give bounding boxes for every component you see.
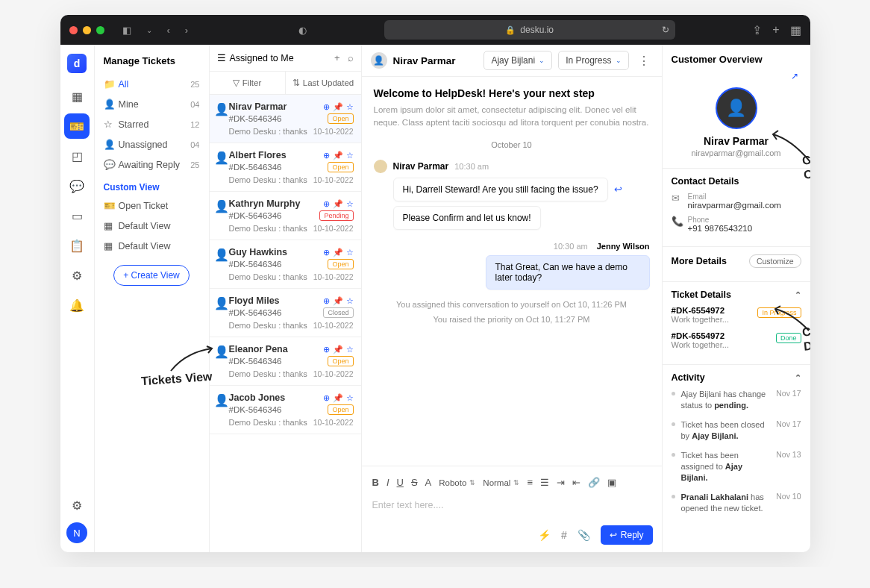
- image-icon[interactable]: ▣: [607, 477, 616, 488]
- status-dropdown[interactable]: In Progress⌄: [558, 51, 628, 70]
- assignee-dropdown[interactable]: Ajay Bijlani⌄: [483, 51, 552, 70]
- reload-icon[interactable]: ↻: [662, 25, 669, 35]
- rail-clipboard-icon[interactable]: 📋: [64, 233, 90, 258]
- ticket-card[interactable]: 👤 Jacob Jones⊕📌☆ #DK-5646346Open Demo De…: [210, 386, 361, 434]
- ticket-card[interactable]: 👤 Kathryn Murphy⊕📌☆ #DK-5646346Pending D…: [210, 192, 361, 240]
- window-controls[interactable]: [69, 26, 104, 34]
- sidebar-toggle-icon[interactable]: ◧: [122, 25, 131, 36]
- rail-dashboard-icon[interactable]: ▦: [64, 84, 90, 109]
- ticket-card[interactable]: 👤 Floyd Miles⊕📌☆ #DK-5646346Closed Demo …: [210, 289, 361, 337]
- maximize-window-icon[interactable]: [96, 26, 104, 34]
- indent-icon[interactable]: ⇥: [557, 477, 565, 488]
- assign-icon[interactable]: ⊕: [323, 393, 330, 403]
- forward-icon[interactable]: ›: [185, 25, 188, 36]
- assign-icon[interactable]: ⊕: [323, 151, 330, 160]
- reply-icon[interactable]: ↩: [614, 184, 622, 195]
- star-icon[interactable]: ☆: [346, 345, 354, 354]
- star-icon[interactable]: ☆: [346, 248, 354, 257]
- rail-chat-icon[interactable]: 💬: [64, 173, 90, 198]
- assign-icon[interactable]: ⊕: [323, 102, 330, 112]
- chevron-up-icon[interactable]: ⌃: [795, 373, 801, 383]
- manage-item[interactable]: ☆Starred12: [95, 114, 209, 134]
- share-icon[interactable]: ⇪: [752, 23, 762, 37]
- activity-row: Ticket has been closed by Ajay Bijlani.N…: [672, 419, 801, 442]
- close-window-icon[interactable]: [69, 26, 78, 34]
- chevron-down-icon[interactable]: ⌄: [146, 26, 152, 34]
- ordered-list-icon[interactable]: ≡: [527, 477, 533, 488]
- assign-icon[interactable]: ⊕: [323, 296, 330, 306]
- unordered-list-icon[interactable]: ☰: [540, 477, 549, 488]
- custom-view-item[interactable]: 🎫Open Ticket: [95, 196, 209, 216]
- tabs-grid-icon[interactable]: ▦: [790, 23, 801, 37]
- ticket-card[interactable]: 👤 Albert Flores⊕📌☆ #DK-5646346Open Demo …: [210, 143, 361, 192]
- star-icon[interactable]: ☆: [346, 151, 354, 160]
- rail-contacts-icon[interactable]: ◰: [64, 143, 90, 169]
- manage-item[interactable]: 📁All25: [95, 74, 209, 94]
- pin-icon[interactable]: 📌: [333, 296, 343, 306]
- manage-item[interactable]: 👤Unassigned04: [95, 134, 209, 154]
- ticket-card[interactable]: 👤 Nirav Parmar⊕📌☆ #DK-5646346Open Demo D…: [210, 95, 361, 143]
- new-tab-icon[interactable]: +: [772, 23, 779, 37]
- pin-icon[interactable]: 📌: [333, 248, 343, 257]
- star-icon[interactable]: ☆: [346, 393, 354, 403]
- message-bubble: That Great, Can we have a demo later tod…: [486, 255, 650, 290]
- custom-view-item[interactable]: ▦Default View: [95, 236, 209, 256]
- star-icon[interactable]: ☆: [346, 199, 354, 209]
- outdent-icon[interactable]: ⇤: [572, 477, 580, 488]
- ticket-avatar-icon: 👤: [214, 248, 225, 262]
- minimize-window-icon[interactable]: [83, 26, 91, 34]
- ticket-card[interactable]: 👤 Eleanor Pena⊕📌☆ #DK-5646346Open Demo D…: [210, 337, 361, 386]
- style-dropdown[interactable]: Normal⇅: [483, 478, 519, 487]
- search-icon[interactable]: ⌕: [348, 52, 354, 63]
- manage-item[interactable]: 💬Awaiting Reply25: [95, 154, 209, 175]
- rail-gear-icon[interactable]: ⚙: [64, 492, 90, 518]
- filter-button[interactable]: ▽Filter: [210, 72, 286, 94]
- assign-icon[interactable]: ⊕: [323, 199, 330, 209]
- customize-button[interactable]: Customize: [749, 254, 801, 268]
- font-dropdown[interactable]: Roboto⇅: [439, 478, 475, 487]
- chevron-up-icon[interactable]: ⌃: [795, 290, 801, 300]
- attachment-icon[interactable]: 📎: [578, 529, 590, 541]
- custom-view-item[interactable]: ▦Default View: [95, 216, 209, 236]
- text-color-icon[interactable]: A: [425, 477, 432, 488]
- url-bar[interactable]: 🔒 desku.io ↻: [384, 20, 675, 40]
- create-view-button[interactable]: + Create View: [113, 265, 190, 286]
- pin-icon[interactable]: 📌: [333, 393, 343, 403]
- star-icon[interactable]: ☆: [346, 296, 354, 306]
- related-ticket-row[interactable]: Done#DK-6554972Work together...: [672, 331, 801, 349]
- strike-icon[interactable]: S: [411, 477, 418, 488]
- add-ticket-icon[interactable]: +: [334, 52, 340, 63]
- link-icon[interactable]: 🔗: [588, 477, 600, 488]
- rail-notify-icon[interactable]: 🔔: [64, 293, 90, 318]
- open-external-icon[interactable]: ↗: [791, 71, 801, 81]
- rail-settings-icon[interactable]: ⚙: [64, 263, 90, 288]
- pin-icon[interactable]: 📌: [333, 345, 343, 354]
- back-icon[interactable]: ‹: [167, 25, 170, 36]
- ai-assist-icon[interactable]: ⚡: [538, 529, 551, 541]
- phone-icon: 📞: [672, 216, 682, 233]
- rail-tickets-icon[interactable]: 🎫: [64, 113, 90, 139]
- pin-icon[interactable]: 📌: [333, 151, 343, 160]
- pin-icon[interactable]: 📌: [333, 102, 343, 112]
- star-icon[interactable]: ☆: [346, 102, 354, 112]
- ticket-avatar-icon: 👤: [214, 151, 225, 165]
- assign-icon[interactable]: ⊕: [323, 248, 330, 257]
- reply-textarea[interactable]: Enter text here....: [371, 492, 653, 525]
- manage-item[interactable]: 👤Mine04: [95, 94, 209, 114]
- rail-tasks-icon[interactable]: ▭: [64, 203, 90, 228]
- pin-icon[interactable]: 📌: [333, 199, 343, 209]
- underline-icon[interactable]: U: [397, 477, 404, 488]
- app-logo[interactable]: d: [67, 54, 87, 73]
- reply-button[interactable]: ↩Reply: [601, 525, 653, 545]
- related-ticket-row[interactable]: In Progress#DK-6554972Work together...: [672, 306, 801, 324]
- canned-response-icon[interactable]: #: [561, 529, 567, 541]
- user-avatar-icon[interactable]: N: [66, 522, 87, 543]
- bold-icon[interactable]: B: [372, 477, 379, 488]
- sort-button[interactable]: ⇅Last Updated: [286, 72, 361, 94]
- italic-icon[interactable]: I: [387, 477, 389, 488]
- more-menu-icon[interactable]: ⋮: [635, 54, 653, 68]
- ticket-card[interactable]: 👤 Guy Hawkins⊕📌☆ #DK-5646346Open Demo De…: [210, 240, 361, 289]
- shield-icon[interactable]: ◐: [298, 25, 307, 36]
- chevron-down-icon: ⌄: [616, 57, 622, 64]
- assign-icon[interactable]: ⊕: [323, 345, 330, 354]
